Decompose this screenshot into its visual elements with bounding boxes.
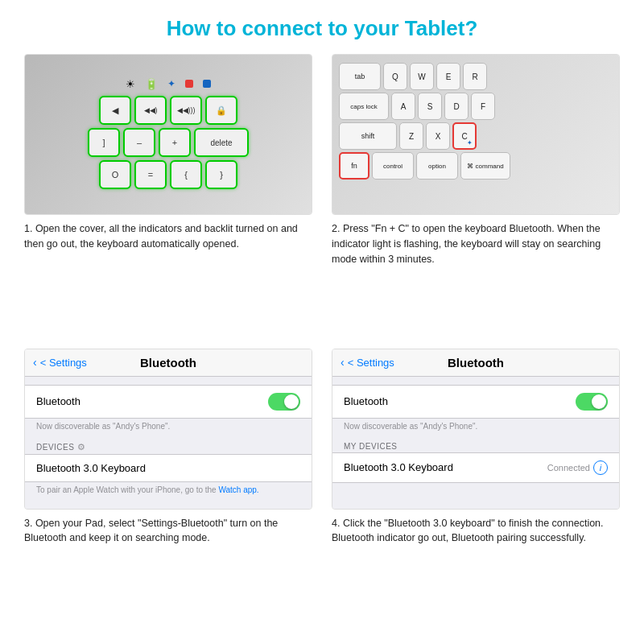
settings-back-label-4: < Settings [348,357,394,369]
devices-label-3: DEVICES ⚙ [25,439,312,454]
settings-title-3: Bluetooth [140,356,196,369]
settings-group-bt-4: Bluetooth Now discoverable as "Andy's Ph… [332,385,619,431]
indicator-red-dot [185,76,193,91]
settings-nav-4: ‹ < Settings Bluetooth [332,349,619,377]
step-3-cell: ‹ < Settings Bluetooth Bluetooth Now dis… [24,349,312,629]
mac-key-caps: caps lock [339,93,389,120]
connected-badge-4: Connected i [547,460,608,475]
keyboard-name-3: Bluetooth 3.0 Keyboard [36,462,146,474]
step-2-image: tab Q W E R caps lock A S D F [332,54,620,215]
discoverable-3: Now discoverable as "Andy's Phone". [25,419,312,431]
bluetooth-label-3: Bluetooth [36,395,80,407]
my-devices-label-4: MY DEVICES [332,439,619,452]
content-grid: ☀ 🔋 ✦ ◀ ◀◀) ◀◀))) 🔒 ] [24,54,620,628]
settings-group-devices-3: DEVICES ⚙ Bluetooth 3.0 Keyboard [25,439,312,482]
key-minus: – [123,128,155,157]
step-1-caption: 1. Open the cover, all the indicators an… [24,221,312,252]
keyboard-cell-4[interactable]: Bluetooth 3.0 Keyboard Connected i [332,452,619,483]
key-lbrace: { [170,160,202,189]
chevron-left-icon-3: ‹ [33,356,37,369]
key-lock: 🔒 [205,96,237,125]
mac-key-z: Z [399,122,423,150]
key-delete: delete [194,128,249,157]
settings-nav-3: ‹ < Settings Bluetooth [25,349,312,377]
key-bracket-r: ] [88,128,120,157]
step-4-image: ‹ < Settings Bluetooth Bluetooth Now dis… [332,349,620,510]
indicator-brightness: ☀ [126,78,135,90]
bluetooth-toggle-3[interactable] [268,393,300,411]
settings-cell-bt-3: Bluetooth [25,385,312,419]
mac-key-f: F [471,93,495,120]
chevron-left-icon-4: ‹ [341,356,345,369]
mac-key-control: control [372,152,414,180]
keyboard-cell-3[interactable]: Bluetooth 3.0 Keyboard [25,454,312,482]
key-equals: = [134,160,167,189]
settings-body-4: Bluetooth Now discoverable as "Andy's Ph… [332,377,619,509]
settings-title-4: Bluetooth [448,356,504,369]
step-3-caption: 3. Open your Pad, select "Settings-Bluet… [24,516,312,547]
mac-key-command: ⌘ command [460,152,510,180]
settings-cell-bt-4: Bluetooth [332,385,619,419]
step-4-caption: 4. Click the "Bluetooth 3.0 keyboard" to… [332,516,620,547]
key-o: O [99,160,131,189]
mac-key-c-bt: C✦ [452,122,477,150]
settings-back-4: ‹ < Settings [341,356,394,369]
mac-key-r: R [463,63,487,90]
key-prev: ◀ [99,96,131,125]
discoverable-4: Now discoverable as "Andy's Phone". [332,419,619,431]
mac-key-shift: shift [339,122,397,150]
step-1-cell: ☀ 🔋 ✦ ◀ ◀◀) ◀◀))) 🔒 ] [24,54,312,334]
mac-key-e: E [436,63,460,90]
spinner-icon-3: ⚙ [77,442,86,452]
keyboard-name-4: Bluetooth 3.0 Keyboard [344,461,453,473]
mac-key-fn: fn [339,152,369,180]
page: How to connect to your Tablet? ☀ 🔋 ✦ ◀ [0,0,644,644]
mac-key-s: S [418,93,442,120]
key-plus: + [159,128,191,157]
connected-text-4: Connected [547,463,590,473]
mac-key-d: D [444,93,469,120]
key-vol-up: ◀◀))) [170,96,202,125]
settings-body-3: Bluetooth Now discoverable as "Andy's Ph… [25,377,312,509]
step-3-image: ‹ < Settings Bluetooth Bluetooth Now dis… [24,349,312,510]
main-title: How to connect to your Tablet? [167,16,478,41]
settings-back-label-3: < Settings [40,357,87,369]
settings-back-3: ‹ < Settings [33,356,87,369]
mac-key-x: X [426,122,450,150]
watch-app-link-3[interactable]: Watch app. [218,485,258,494]
watch-link-3: To pair an Apple Watch with your iPhone,… [25,482,312,497]
step-2-cell: tab Q W E R caps lock A S D F [332,54,620,334]
step-4-cell: ‹ < Settings Bluetooth Bluetooth Now dis… [332,349,620,629]
info-icon-4[interactable]: i [593,460,608,475]
mac-key-tab: tab [339,63,381,90]
step-2-caption: 2. Press "Fn + C" to open the keyboard B… [332,221,620,266]
settings-group-mydevices-4: MY DEVICES Bluetooth 3.0 Keyboard Connec… [332,439,619,483]
key-rbrace: } [205,160,237,189]
indicator-blue-dot [203,76,211,91]
mac-key-q: Q [383,63,407,90]
key-vol-down: ◀◀) [134,96,167,125]
mac-key-w: W [410,63,434,90]
step-1-image: ☀ 🔋 ✦ ◀ ◀◀) ◀◀))) 🔒 ] [24,54,312,215]
settings-group-bt-3: Bluetooth Now discoverable as "Andy's Ph… [25,385,312,431]
bluetooth-label-4: Bluetooth [344,395,388,407]
mac-key-option: option [416,152,458,180]
indicator-bt: ✦ [167,78,175,89]
indicator-battery: 🔋 [145,78,158,90]
mac-key-a: A [391,93,415,120]
bluetooth-toggle-4[interactable] [576,393,608,411]
